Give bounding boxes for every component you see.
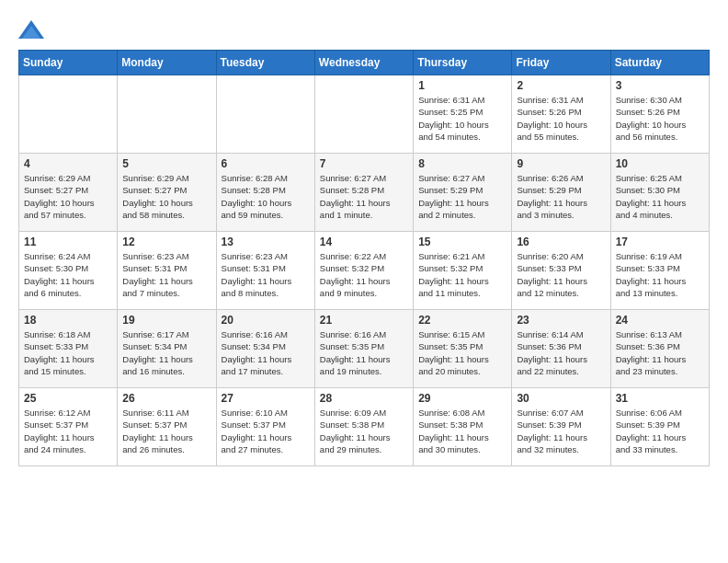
calendar-cell: 25Sunrise: 6:12 AM Sunset: 5:37 PM Dayli… [19,388,118,466]
day-info: Sunrise: 6:23 AM Sunset: 5:31 PM Dayligh… [122,250,210,299]
day-number: 18 [24,314,112,327]
day-number: 5 [122,157,210,170]
calendar-cell [314,75,413,154]
day-info: Sunrise: 6:15 AM Sunset: 5:35 PM Dayligh… [418,328,506,377]
day-number: 13 [222,236,310,248]
day-info: Sunrise: 6:27 AM Sunset: 5:29 PM Dayligh… [418,172,506,221]
day-info: Sunrise: 6:06 AM Sunset: 5:39 PM Dayligh… [616,407,704,455]
calendar-cell: 13Sunrise: 6:23 AM Sunset: 5:31 PM Dayli… [216,232,314,310]
day-number: 29 [418,392,506,405]
logo-icon [18,18,44,40]
day-info: Sunrise: 6:22 AM Sunset: 5:32 PM Dayligh… [320,250,408,299]
day-header-monday: Monday [118,51,216,75]
day-info: Sunrise: 6:20 AM Sunset: 5:33 PM Dayligh… [517,250,605,299]
calendar-cell: 4Sunrise: 6:29 AM Sunset: 5:27 PM Daylig… [19,154,118,232]
logo [18,18,48,40]
calendar-cell: 20Sunrise: 6:16 AM Sunset: 5:34 PM Dayli… [216,310,314,388]
day-info: Sunrise: 6:31 AM Sunset: 5:26 PM Dayligh… [517,94,605,143]
day-info: Sunrise: 6:10 AM Sunset: 5:37 PM Dayligh… [222,407,310,455]
day-header-thursday: Thursday [414,51,512,75]
day-number: 17 [616,236,704,248]
day-info: Sunrise: 6:29 AM Sunset: 5:27 PM Dayligh… [24,172,112,221]
week-row-2: 4Sunrise: 6:29 AM Sunset: 5:27 PM Daylig… [19,154,710,232]
day-info: Sunrise: 6:24 AM Sunset: 5:30 PM Dayligh… [24,250,112,299]
calendar-cell: 18Sunrise: 6:18 AM Sunset: 5:33 PM Dayli… [19,310,118,388]
day-number: 14 [320,236,408,248]
page-header [18,18,710,40]
calendar-cell: 22Sunrise: 6:15 AM Sunset: 5:35 PM Dayli… [414,310,512,388]
calendar-cell: 5Sunrise: 6:29 AM Sunset: 5:27 PM Daylig… [118,154,216,232]
day-number: 22 [418,314,506,327]
day-number: 2 [517,79,605,92]
day-header-saturday: Saturday [610,51,709,75]
calendar-cell: 24Sunrise: 6:13 AM Sunset: 5:36 PM Dayli… [610,310,709,388]
calendar-cell: 7Sunrise: 6:27 AM Sunset: 5:28 PM Daylig… [314,154,413,232]
day-number: 21 [320,314,408,327]
day-info: Sunrise: 6:28 AM Sunset: 5:28 PM Dayligh… [222,172,310,221]
calendar-cell: 29Sunrise: 6:08 AM Sunset: 5:38 PM Dayli… [414,388,512,466]
day-number: 11 [24,236,112,248]
day-number: 10 [616,157,704,170]
day-info: Sunrise: 6:08 AM Sunset: 5:38 PM Dayligh… [418,407,506,455]
day-number: 15 [418,236,506,248]
calendar-cell: 17Sunrise: 6:19 AM Sunset: 5:33 PM Dayli… [610,232,709,310]
calendar-cell: 26Sunrise: 6:11 AM Sunset: 5:37 PM Dayli… [118,388,216,466]
day-info: Sunrise: 6:09 AM Sunset: 5:38 PM Dayligh… [320,407,408,455]
calendar-table: SundayMondayTuesdayWednesdayThursdayFrid… [18,50,710,466]
day-number: 9 [517,157,605,170]
week-row-4: 18Sunrise: 6:18 AM Sunset: 5:33 PM Dayli… [19,310,710,388]
calendar-cell: 1Sunrise: 6:31 AM Sunset: 5:25 PM Daylig… [414,75,512,154]
calendar-cell: 8Sunrise: 6:27 AM Sunset: 5:29 PM Daylig… [414,154,512,232]
day-info: Sunrise: 6:26 AM Sunset: 5:29 PM Dayligh… [517,172,605,221]
calendar-cell: 31Sunrise: 6:06 AM Sunset: 5:39 PM Dayli… [610,388,709,466]
day-number: 30 [517,392,605,405]
day-number: 23 [517,314,605,327]
calendar-cell: 27Sunrise: 6:10 AM Sunset: 5:37 PM Dayli… [216,388,314,466]
calendar-cell: 10Sunrise: 6:25 AM Sunset: 5:30 PM Dayli… [610,154,709,232]
day-number: 7 [320,157,408,170]
week-row-1: 1Sunrise: 6:31 AM Sunset: 5:25 PM Daylig… [19,75,710,154]
day-number: 24 [616,314,704,327]
day-number: 20 [222,314,310,327]
week-row-5: 25Sunrise: 6:12 AM Sunset: 5:37 PM Dayli… [19,388,710,466]
day-info: Sunrise: 6:17 AM Sunset: 5:34 PM Dayligh… [122,328,210,377]
day-header-sunday: Sunday [19,51,118,75]
day-number: 27 [222,392,310,405]
day-info: Sunrise: 6:19 AM Sunset: 5:33 PM Dayligh… [616,250,704,299]
day-number: 12 [122,236,210,248]
day-number: 25 [24,392,112,405]
day-number: 3 [616,79,704,92]
day-number: 6 [222,157,310,170]
day-header-tuesday: Tuesday [216,51,314,75]
day-info: Sunrise: 6:23 AM Sunset: 5:31 PM Dayligh… [222,250,310,299]
calendar-cell: 3Sunrise: 6:30 AM Sunset: 5:26 PM Daylig… [610,75,709,154]
calendar-cell: 19Sunrise: 6:17 AM Sunset: 5:34 PM Dayli… [118,310,216,388]
day-info: Sunrise: 6:12 AM Sunset: 5:37 PM Dayligh… [24,407,112,455]
week-row-3: 11Sunrise: 6:24 AM Sunset: 5:30 PM Dayli… [19,232,710,310]
day-number: 19 [122,314,210,327]
day-header-wednesday: Wednesday [314,51,413,75]
day-info: Sunrise: 6:11 AM Sunset: 5:37 PM Dayligh… [122,407,210,455]
calendar-cell [19,75,118,154]
calendar-cell: 21Sunrise: 6:16 AM Sunset: 5:35 PM Dayli… [314,310,413,388]
calendar-header-row: SundayMondayTuesdayWednesdayThursdayFrid… [19,51,710,75]
calendar-cell: 2Sunrise: 6:31 AM Sunset: 5:26 PM Daylig… [512,75,610,154]
calendar-cell: 14Sunrise: 6:22 AM Sunset: 5:32 PM Dayli… [314,232,413,310]
day-info: Sunrise: 6:30 AM Sunset: 5:26 PM Dayligh… [616,94,704,143]
calendar-cell: 28Sunrise: 6:09 AM Sunset: 5:38 PM Dayli… [314,388,413,466]
calendar-cell: 9Sunrise: 6:26 AM Sunset: 5:29 PM Daylig… [512,154,610,232]
day-info: Sunrise: 6:13 AM Sunset: 5:36 PM Dayligh… [616,328,704,377]
day-info: Sunrise: 6:07 AM Sunset: 5:39 PM Dayligh… [517,407,605,455]
day-info: Sunrise: 6:14 AM Sunset: 5:36 PM Dayligh… [517,328,605,377]
day-info: Sunrise: 6:16 AM Sunset: 5:34 PM Dayligh… [222,328,310,377]
calendar-cell: 23Sunrise: 6:14 AM Sunset: 5:36 PM Dayli… [512,310,610,388]
day-info: Sunrise: 6:21 AM Sunset: 5:32 PM Dayligh… [418,250,506,299]
calendar-cell: 6Sunrise: 6:28 AM Sunset: 5:28 PM Daylig… [216,154,314,232]
day-number: 16 [517,236,605,248]
day-number: 4 [24,157,112,170]
calendar-cell: 11Sunrise: 6:24 AM Sunset: 5:30 PM Dayli… [19,232,118,310]
calendar-cell: 16Sunrise: 6:20 AM Sunset: 5:33 PM Dayli… [512,232,610,310]
day-info: Sunrise: 6:16 AM Sunset: 5:35 PM Dayligh… [320,328,408,377]
day-info: Sunrise: 6:25 AM Sunset: 5:30 PM Dayligh… [616,172,704,221]
calendar-cell [216,75,314,154]
